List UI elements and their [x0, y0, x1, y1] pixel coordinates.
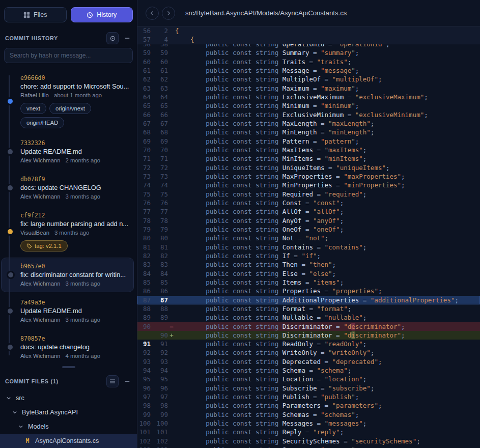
identifier-token: Deprecated	[283, 358, 321, 366]
sticky-code-line[interactable]: 562{	[137, 26, 480, 35]
tag-badge[interactable]: tag: v2.1.1	[20, 240, 68, 251]
code-line[interactable]: 7979 public const string OneOf = "oneOf"…	[137, 225, 480, 234]
code-line[interactable]: 90+ public const string Discriminator = …	[137, 331, 480, 340]
tab-files[interactable]: Files	[4, 7, 67, 22]
code-line[interactable]: 9999 public const string Schemas = "sche…	[137, 410, 480, 419]
commit-hash: e9666d0	[20, 74, 130, 82]
code-line[interactable]: 9898 public const string Parameters = "p…	[137, 401, 480, 410]
diff-marker	[168, 216, 175, 225]
code-line[interactable]: 8282 public const string If = "if";	[137, 251, 480, 260]
code-line[interactable]: 8585 public const string Items = "items"…	[137, 278, 480, 287]
code-line[interactable]: 101101 public const string Reply = "repl…	[137, 428, 480, 436]
commit-item[interactable]: 7332326Update README.mdAlex Wichmann2 mo…	[1, 134, 134, 169]
code-line[interactable]: 7070 public const string MaxItems = "max…	[137, 146, 480, 154]
code-line[interactable]: 7676 public const string Const = "const"…	[137, 199, 480, 207]
commit-search-input[interactable]	[4, 48, 133, 63]
code-line[interactable]: 6666 public const string ExclusiveMinimu…	[137, 110, 480, 119]
code-line[interactable]: 7878 public const string AnyOf = "anyOf"…	[137, 216, 480, 225]
code-line[interactable]: 8989 public const string Nullable = "nul…	[137, 313, 480, 322]
code-line[interactable]: 6969 public const string Pattern = "patt…	[137, 137, 480, 146]
code-line[interactable]: 7474 public const string MinProperties =…	[137, 181, 480, 189]
string-token: "subscribe"	[328, 384, 371, 392]
file-tree-folder[interactable]: src	[0, 391, 137, 405]
code-line[interactable]: 90− public const string Discriminator = …	[137, 322, 480, 331]
code-line[interactable]: 9696 public const string Subscribe = "su…	[137, 384, 480, 393]
tab-history[interactable]: History	[71, 7, 133, 22]
commit-item[interactable]: 870857edocs: update changelogAlex Wichma…	[1, 330, 134, 361]
code-line[interactable]: 9797 public const string Publish = "publ…	[137, 393, 480, 401]
commit-meta: VisualBean3 months ago	[20, 229, 130, 237]
commit-item[interactable]: b9657e0fix: discriminator constant for w…	[1, 258, 134, 292]
code-line[interactable]: 8484 public const string Else = "else";	[137, 269, 480, 278]
commit-item[interactable]: cf9f212fix: large number parsing and add…	[1, 207, 134, 256]
code-line[interactable]: 6363 public const string Maximum = "maxi…	[137, 84, 480, 93]
code-line[interactable]: 100100 public const string Messages = "m…	[137, 419, 480, 428]
string-token: "minItems"	[325, 155, 363, 162]
operator-token: =	[313, 314, 325, 321]
ref-badge[interactable]: origin/HEAD	[20, 117, 64, 128]
collapse-history-button[interactable]	[123, 34, 132, 43]
ref-badge[interactable]: vnext	[20, 103, 46, 114]
follow-target-button[interactable]	[106, 32, 119, 44]
back-button[interactable]	[146, 7, 159, 20]
code-line[interactable]: 8383 public const string Then = "then";	[137, 260, 480, 269]
view-mode-button[interactable]	[106, 375, 119, 387]
code-line[interactable]: 8888 public const string Format = "forma…	[137, 304, 480, 313]
code-line[interactable]: 6161 public const string Message = "mess…	[137, 66, 480, 75]
code-line[interactable]: 102102 public const string SecuritySchem…	[137, 437, 480, 445]
diff-marker	[168, 146, 175, 154]
identifier-token: Subscribe	[283, 384, 317, 392]
code-text: public const string OneOf = "oneOf";	[175, 225, 480, 234]
code-line[interactable]: 6767 public const string MaxLength = "ma…	[137, 119, 480, 128]
commit-item[interactable]: e9666d0chore: add support to Microsoft S…	[1, 69, 134, 133]
file-tree-folder[interactable]: ByteBard.AsyncAPI	[0, 405, 137, 419]
sticky-code-line[interactable]: 574 {	[137, 35, 480, 44]
diff-marker	[168, 340, 175, 348]
string-token: "else"	[309, 270, 332, 277]
keyword-token: public const string	[206, 58, 278, 66]
panel-resize-handle[interactable]	[62, 366, 75, 368]
identifier-token: Reply	[283, 428, 302, 436]
old-line-number: 61	[137, 66, 151, 75]
new-line-number	[151, 322, 168, 331]
code-line[interactable]: 9494 public const string Schema = "schem…	[137, 366, 480, 375]
code-line[interactable]: 6464 public const string ExclusiveMaximu…	[137, 93, 480, 101]
code-text: public const string Items = "items";	[175, 278, 480, 287]
code-line[interactable]: 6262 public const string MultipleOf = "m…	[137, 75, 480, 83]
commit-item[interactable]: db078f9docs: update CHANGELOGAlex Wichma…	[1, 171, 134, 205]
code-line[interactable]: 7777 public const string AllOf = "allOf"…	[137, 207, 480, 216]
operator-token: =	[313, 146, 325, 154]
string-token: "securitySchemes"	[351, 437, 416, 445]
code-line[interactable]: 9191 public const string ReadOnly = "rea…	[137, 340, 480, 348]
ref-badge[interactable]: origin/vnext	[49, 103, 91, 114]
semicolon-token: ;	[340, 428, 344, 436]
commit-item[interactable]: 7a49a3eUpdate README.mdAlex Wichmann3 mo…	[1, 294, 134, 328]
operator-token: =	[344, 111, 355, 119]
collapse-files-button[interactable]	[123, 377, 132, 386]
code-line[interactable]: 8080 public const string Not = "not";	[137, 234, 480, 242]
code-line[interactable]: 7373 public const string MaxProperties =…	[137, 172, 480, 181]
target-icon	[109, 35, 116, 42]
file-tree-folder[interactable]: Models	[0, 419, 137, 434]
code-line[interactable]: 6060 public const string Traits = "trait…	[137, 58, 480, 66]
code-line[interactable]: 9595 public const string Location = "loc…	[137, 375, 480, 383]
diff-marker	[168, 66, 175, 75]
code-line[interactable]: 103103 public const string Servers = "se…	[137, 445, 480, 448]
code-line[interactable]: 7272 public const string UniqueItems = "…	[137, 163, 480, 172]
code-line[interactable]: 8787 public const string AdditionalPrope…	[137, 296, 480, 304]
code-line[interactable]: 6868 public const string MinLength = "mi…	[137, 128, 480, 136]
chevron-down-icon	[6, 396, 11, 401]
operator-token: =	[313, 155, 325, 162]
code-line[interactable]: 8181 public const string Contains = "con…	[137, 243, 480, 251]
keyword-token: public const string	[206, 155, 278, 162]
code-line[interactable]: 8686 public const string Properties = "p…	[137, 287, 480, 295]
forward-button[interactable]	[162, 7, 175, 20]
code-line[interactable]: 6565 public const string Minimum = "mini…	[137, 101, 480, 110]
code-line[interactable]: 7575 public const string Required = "req…	[137, 190, 480, 199]
new-line-number: 91	[151, 340, 168, 348]
file-tree-file[interactable]: MAsyncApiConstants.cs	[0, 434, 137, 448]
code-line[interactable]: 7171 public const string MinItems = "min…	[137, 154, 480, 163]
code-line[interactable]: 5959 public const string Summary = "summ…	[137, 48, 480, 57]
code-line[interactable]: 9393 public const string Deprecated = "d…	[137, 357, 480, 366]
code-line[interactable]: 9292 public const string WriteOnly = "wr…	[137, 348, 480, 357]
